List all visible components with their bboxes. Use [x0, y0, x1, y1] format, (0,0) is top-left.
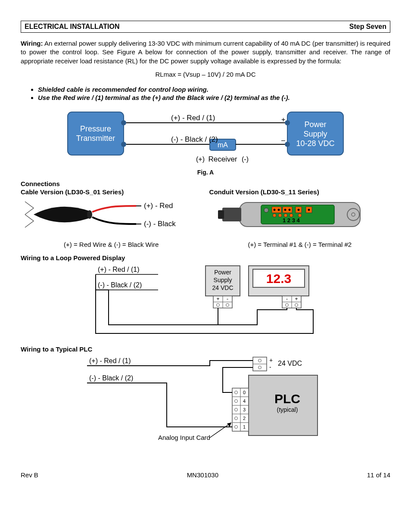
svg-point-33 [290, 214, 293, 217]
rx-plus: (+) [196, 156, 205, 163]
aic-label: Analog Input Card [158, 434, 210, 441]
disp-term-minus: - [286, 296, 288, 302]
section-title-left: ELECTRICAL INSTALLATION [25, 23, 119, 31]
page-footer: Rev B MN301030 11 of 14 [21, 471, 390, 479]
conduit-terms: 1 2 3 4 [283, 217, 300, 224]
svg-point-27 [297, 208, 299, 211]
loop-ps2: Supply [214, 277, 232, 283]
notes-list: Shielded cable is recommended for contro… [38, 86, 390, 101]
plc-diagram: (+) - Red / (1) (-) - Black / (2) + - 24… [81, 354, 330, 444]
plc-tplus: + [269, 357, 273, 364]
note-shielded: Shielded cable is recommended for contro… [38, 86, 390, 93]
cable-plus-label: (+) - Red [144, 202, 173, 210]
svg-point-31 [278, 214, 282, 217]
cable-diagram: (+) - Red (-) - Black [21, 197, 184, 236]
svg-point-29 [308, 208, 310, 211]
wiring-label: Wiring: [21, 40, 43, 47]
disp-term-plus: + [295, 296, 298, 302]
ps-label2: Supply [303, 130, 327, 138]
wire-minus-label: (-) - Black / (2) [171, 135, 218, 143]
section-header: ELECTRICAL INSTALLATION Step Seven [21, 21, 390, 33]
conduit-version-block: Conduit Version (LD30-S_11 Series) [209, 188, 390, 248]
connections-row: Cable Version (LD30-S_01 Series) (+) - R… [21, 188, 390, 248]
svg-marker-75 [227, 423, 231, 427]
transmitter-label: Transmitter [76, 134, 115, 143]
plc-minus: (-) - Black / (2) [89, 374, 133, 382]
svg-text:2: 2 [243, 416, 246, 421]
loop-diagram-wrap: (+) - Red / (1) (-) - Black / (2) Power … [21, 262, 390, 341]
cable-version-block: Cable Version (LD30-S_01 Series) (+) - R… [21, 188, 202, 248]
svg-rect-14 [222, 208, 241, 221]
svg-point-21 [273, 208, 275, 211]
svg-point-2 [121, 142, 126, 147]
note-wire-polarity: Use the Red wire / (1) terminal as the (… [38, 94, 390, 101]
cable-version-title: Cable Version (LD30-S_01 Series) [21, 188, 202, 196]
loop-plus: (+) - Red / (1) [98, 266, 139, 273]
figure-a: Pressure Transmitter Power Supply 10-28 … [21, 106, 390, 167]
section-title-right: Step Seven [349, 23, 386, 31]
svg-point-34 [298, 214, 302, 217]
conduit-legend: (+) = Terminal #1 & (-) = Terminal #2 [209, 241, 390, 248]
loop-title: Wiring to a Loop Powered Display [21, 254, 390, 261]
svg-point-10 [87, 210, 92, 219]
svg-point-4 [285, 120, 290, 125]
svg-point-5 [285, 142, 290, 147]
ps-label1: Power [304, 120, 326, 129]
ps-minus: – [281, 137, 285, 144]
svg-text:0: 0 [243, 390, 246, 395]
plc-tminus: - [269, 364, 271, 370]
svg-point-24 [284, 208, 286, 211]
svg-point-22 [277, 208, 280, 211]
analog-input-terminals: 0 4 3 2 1 [232, 388, 249, 431]
plc-title: Wiring to a Typical PLC [21, 345, 390, 353]
loop-ps3: 24 VDC [212, 284, 233, 291]
svg-point-16 [347, 208, 359, 221]
wire-plus-label: (+) - Red / (1) [171, 114, 215, 122]
loop-diagram: (+) - Red / (1) (-) - Black / (2) Power … [85, 262, 326, 340]
svg-text:3: 3 [243, 407, 246, 412]
rl-formula: RLmax = (Vsup – 10V) / 20 mA DC [21, 71, 390, 78]
plc-diagram-wrap: (+) - Red / (1) (-) - Black / (2) + - 24… [21, 354, 390, 445]
svg-rect-20 [272, 207, 281, 213]
conduit-diagram: 1 2 3 4 [209, 197, 373, 236]
footer-doc: MN301030 [187, 471, 218, 479]
ps-term-plus: + [216, 296, 219, 302]
footer-rev: Rev B [21, 471, 38, 479]
rx-minus: (-) [242, 156, 249, 163]
cable-minus-label: (-) - Black [144, 220, 176, 228]
svg-text:4: 4 [243, 398, 246, 404]
svg-point-19 [264, 208, 268, 212]
ps-plus: + [281, 116, 285, 123]
plc-volt: 24 VDC [278, 360, 302, 367]
svg-rect-0 [68, 112, 124, 155]
footer-page: 11 of 14 [367, 471, 390, 479]
cable-legend: (+) = Red Wire & (-) = Black Wire [21, 241, 202, 248]
pressure-label: Pressure [80, 124, 111, 133]
ps-label3: 10-28 VDC [296, 139, 334, 148]
svg-point-30 [273, 214, 276, 217]
receiver-label: Receiver [208, 155, 237, 163]
figure-a-caption: Fig. A [21, 169, 390, 176]
ps-term-minus: - [227, 296, 228, 302]
svg-point-32 [284, 214, 287, 217]
conduit-version-title: Conduit Version (LD30-S_11 Series) [209, 188, 390, 196]
plc-typical: (typical) [277, 406, 298, 413]
svg-point-1 [121, 120, 126, 125]
svg-rect-15 [218, 210, 224, 219]
wiring-body: An external power supply delivering 13-3… [21, 40, 390, 65]
loop-minus: (-) - Black / (2) [98, 281, 142, 289]
wiring-paragraph: Wiring: An external power supply deliver… [21, 39, 390, 65]
svg-text:1: 1 [243, 424, 246, 429]
display-value: 12.3 [266, 271, 291, 286]
plc-label: PLC [274, 392, 300, 406]
ma-label: mA [218, 141, 228, 149]
svg-point-25 [288, 208, 290, 211]
connections-title: Connections [21, 180, 390, 187]
svg-rect-23 [283, 207, 292, 213]
plc-plus: (+) - Red / (1) [89, 357, 131, 364]
loop-ps1: Power [214, 269, 231, 276]
